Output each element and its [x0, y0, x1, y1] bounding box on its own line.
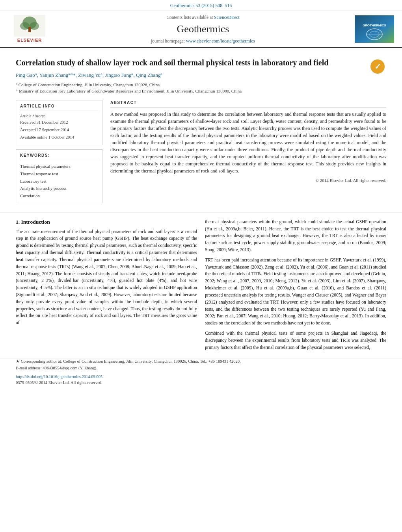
elsevier-brand: ELSEVIER	[17, 37, 42, 43]
keyword-1: Thermal physical parameters	[20, 163, 98, 170]
main-content: ✓ Correlation study of shallow layer roc…	[0, 48, 402, 207]
sciencedirect-link[interactable]: ScienceDirect	[214, 15, 240, 20]
keyword-4: Analytic hierarchy process	[20, 185, 98, 192]
received-date: Received 31 December 2012	[20, 120, 98, 126]
email-note: E-mail address: 406438554@qq.com (Y. Zha…	[16, 365, 386, 372]
journal-header: ELSEVIER Contents lists available at Sci…	[0, 11, 402, 48]
elsevier-logo-image	[14, 15, 45, 37]
journal-homepage: journal homepage: www.elsevier.com/locat…	[51, 38, 355, 44]
article-info-heading: ARTICLE INFO	[20, 104, 98, 111]
article-history-label: Article history:	[20, 113, 98, 119]
article-title: Correlation study of shallow layer rock …	[16, 57, 386, 68]
body-content: 1. Introduction The accurate measurement…	[0, 219, 402, 354]
article-title-section: ✓ Correlation study of shallow layer roc…	[16, 57, 386, 68]
copyright-notice: © 2014 Elsevier Ltd. All rights reserved…	[110, 178, 386, 184]
keywords-heading: Keywords:	[20, 153, 98, 160]
contents-available-text: Contents lists available at ScienceDirec…	[51, 14, 355, 20]
svg-rect-5	[355, 15, 394, 43]
intro-paragraph-1: The accurate measurement of the thermal …	[16, 228, 197, 326]
svg-text:GEOTHERMICS: GEOTHERMICS	[363, 24, 386, 27]
body-right-column: thermal physical parameters within the g…	[205, 219, 386, 354]
intro-paragraph-3: TRT has been paid increasing attention b…	[205, 257, 386, 327]
article-info-box: ARTICLE INFO Article history: Received 3…	[16, 100, 102, 146]
crossmark-badge: ✓	[370, 59, 386, 75]
geothermics-logo-image: GEOTHERMICS	[355, 15, 394, 43]
intro-paragraph-4: Combined with the thermal physical tests…	[205, 330, 386, 351]
journal-citation: Geothermics 53 (2015) 508–516	[0, 0, 402, 11]
intro-heading: 1. Introduction	[16, 219, 197, 226]
intro-paragraph-2: thermal physical parameters within the g…	[205, 219, 386, 254]
issn-line: 0375-6505/© 2014 Elsevier Ltd. All right…	[0, 380, 402, 386]
abstract-text: A new method was proposed in this study …	[110, 111, 386, 174]
svg-point-3	[30, 22, 39, 30]
doi-line: http://dx.doi.org/10.1016/j.geothermics.…	[0, 374, 402, 380]
citation-text: Geothermics 53 (2015) 508–516	[170, 3, 232, 8]
keyword-3: Laboratory test	[20, 178, 98, 185]
elsevier-logo: ELSEVIER	[8, 15, 51, 43]
keyword-2: Thermal response test	[20, 170, 98, 178]
footnotes-section: ★ Corresponding author at: College of Co…	[0, 358, 402, 372]
keywords-box: Keywords: Thermal physical parameters Th…	[16, 149, 102, 203]
keyword-5: Correlation	[20, 192, 98, 200]
accepted-date: Accepted 17 September 2014	[20, 127, 98, 133]
svg-rect-4	[28, 27, 31, 32]
article-info-column: ARTICLE INFO Article history: Received 3…	[16, 100, 102, 203]
abstract-heading: ABSTRACT	[110, 100, 386, 108]
doi-link[interactable]: http://dx.doi.org/10.1016/j.geothermics.…	[16, 374, 102, 379]
article-body-columns: ARTICLE INFO Article history: Received 3…	[16, 100, 386, 203]
body-left-column: 1. Introduction The accurate measurement…	[16, 219, 197, 354]
abstract-column: ABSTRACT A new method was proposed in th…	[110, 100, 386, 203]
svg-point-2	[20, 22, 30, 30]
journal-title: Geothermics	[51, 22, 355, 36]
available-date: Available online 1 October 2014	[20, 135, 98, 141]
crossmark-icon: ✓	[370, 59, 385, 74]
journal-header-center: Contents lists available at ScienceDirec…	[51, 14, 355, 44]
authors-line: Ping Gaoᵃ, Yanjun Zhangᵃʷ*, Ziwang Yuᵃ, …	[16, 72, 386, 79]
section-divider	[0, 213, 402, 213]
homepage-link[interactable]: www.elsevier.com/locate/geothermics	[186, 39, 255, 43]
affiliations: ᵃ College of Construction Engineering, J…	[16, 82, 386, 95]
corresponding-author-note: ★ Corresponding author at: College of Co…	[16, 358, 386, 365]
